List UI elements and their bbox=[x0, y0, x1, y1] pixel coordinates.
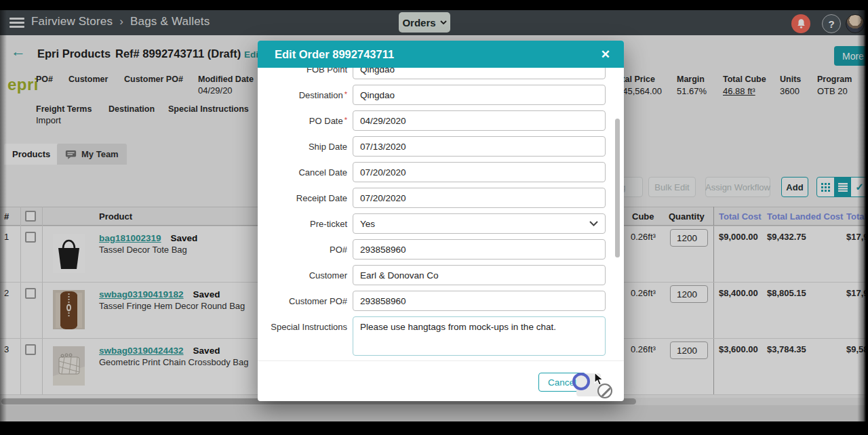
add-label: Add bbox=[786, 182, 803, 192]
product-sku-link[interactable]: swbag03190419182 bbox=[99, 289, 184, 299]
product-cell: swbag03190419182Saved bbox=[99, 288, 220, 300]
field-label: Pre-ticket bbox=[267, 219, 347, 229]
row-checkbox[interactable] bbox=[25, 232, 36, 243]
total-cube-link[interactable]: 46.88 ft³ bbox=[723, 86, 755, 96]
row-checkbox[interactable] bbox=[25, 344, 36, 355]
tab-products[interactable]: Products bbox=[4, 144, 58, 165]
grid-view-button[interactable] bbox=[817, 178, 834, 196]
product-image[interactable] bbox=[53, 234, 85, 273]
breadcrumb-store[interactable]: Fairview Stores bbox=[31, 15, 113, 28]
col-total-cost[interactable]: Total Cost bbox=[719, 211, 762, 222]
cube-value: 0.26ft³ bbox=[631, 232, 656, 242]
freight-terms-label: Freight Terms bbox=[36, 104, 92, 114]
status-badge: Saved bbox=[171, 233, 198, 243]
customer-label: Customer bbox=[68, 75, 108, 84]
landed-cost-value: $3,784.35 bbox=[767, 344, 806, 354]
program-label: Program bbox=[817, 75, 852, 84]
field-receipt-date: Receipt Date bbox=[267, 188, 606, 208]
back-arrow-icon[interactable]: ← bbox=[11, 44, 26, 59]
product-image[interactable] bbox=[53, 346, 85, 386]
bulk-edit-button: Bulk Edit bbox=[648, 177, 696, 197]
field-po-date: PO Date bbox=[267, 110, 606, 131]
field-label: PO Date bbox=[267, 116, 347, 126]
tab-products-label: Products bbox=[12, 149, 50, 159]
units-label: Units bbox=[780, 75, 801, 84]
letterbox-top bbox=[0, 0, 868, 10]
total-price-value: $45,564.00 bbox=[618, 86, 662, 96]
bottom-strip bbox=[0, 405, 868, 421]
order-ref: Ref# 8992743711 (Draft) bbox=[115, 47, 241, 60]
product-description: Tassel Decor Tote Bag bbox=[99, 245, 187, 255]
list-view-button[interactable] bbox=[834, 178, 851, 196]
field-label: Customer bbox=[267, 270, 347, 281]
bell-icon bbox=[796, 18, 806, 29]
field-fob-point: FOB Point bbox=[267, 68, 606, 79]
add-button[interactable]: Add bbox=[781, 177, 808, 197]
assign-workflow-label: Assign Workflow bbox=[705, 182, 770, 192]
field-label: Customer PO# bbox=[267, 296, 347, 306]
help-button[interactable]: ? bbox=[822, 14, 841, 33]
receipt-date-input[interactable] bbox=[353, 188, 606, 208]
po-label: PO# bbox=[36, 75, 53, 84]
menu-icon[interactable] bbox=[9, 18, 24, 28]
orders-dropdown[interactable]: Orders bbox=[399, 12, 450, 33]
col-total-landed-cost[interactable]: Total Landed Cost bbox=[767, 211, 843, 222]
ship-date-input[interactable] bbox=[353, 136, 606, 157]
close-icon[interactable]: ✕ bbox=[598, 46, 613, 63]
field-label: Destination bbox=[267, 90, 347, 100]
product-image[interactable] bbox=[53, 290, 85, 329]
freight-terms-value: Import bbox=[36, 115, 61, 125]
product-description: Tassel Fringe Hem Decor Round Bag bbox=[99, 301, 245, 311]
special-instructions-textarea[interactable]: Please use hangtags from mock-ups in the… bbox=[353, 316, 606, 356]
product-sku-link[interactable]: bag181002319 bbox=[99, 233, 161, 243]
focus-ring bbox=[572, 373, 590, 390]
field-label: FOB Point bbox=[267, 68, 347, 75]
field-label: Ship Date bbox=[267, 142, 347, 152]
field-label: Special Instructions bbox=[267, 316, 347, 332]
row-checkbox[interactable] bbox=[25, 288, 36, 299]
quantity-input[interactable] bbox=[670, 285, 708, 303]
field-pre-ticket: Pre-ticket Yes bbox=[267, 213, 606, 234]
destination-input[interactable] bbox=[353, 85, 606, 105]
modal-header: Edit Order 8992743711 ✕ bbox=[258, 41, 624, 68]
margin-label: Margin bbox=[677, 75, 705, 84]
field-label: Cancel Date bbox=[267, 167, 347, 178]
field-label: Receipt Date bbox=[267, 193, 347, 203]
breadcrumb-section[interactable]: Bags & Wallets bbox=[130, 15, 210, 28]
tab-my-team[interactable]: My Team bbox=[57, 144, 127, 165]
top-nav: Fairview Stores›Bags & Wallets Orders ? bbox=[0, 10, 868, 35]
edge-vignette-left bbox=[0, 0, 7, 435]
breadcrumb-separator: › bbox=[119, 15, 123, 28]
destination-label: Destination bbox=[108, 104, 155, 114]
cancel-date-input[interactable] bbox=[353, 162, 606, 182]
quantity-input[interactable] bbox=[670, 341, 708, 359]
modal-scrollbar-thumb[interactable] bbox=[615, 119, 620, 257]
total-cube-label: Total Cube bbox=[723, 75, 766, 84]
margin-value: 51.67% bbox=[677, 86, 707, 96]
select-all-checkbox[interactable] bbox=[25, 211, 36, 222]
landed-cost-value: $8,805.15 bbox=[767, 288, 806, 298]
product-sku-link[interactable]: swbag03190424432 bbox=[99, 346, 184, 356]
field-customer-po: Customer PO# bbox=[267, 291, 606, 311]
po-number-input[interactable] bbox=[353, 239, 606, 260]
modified-date-value: 04/29/20 bbox=[198, 85, 233, 96]
col-product: Product bbox=[99, 211, 132, 222]
modal-title: Edit Order 8992743711 bbox=[275, 48, 598, 61]
notifications-button[interactable] bbox=[791, 14, 810, 33]
customer-input[interactable] bbox=[353, 265, 606, 285]
total-cost-value: $3,600.00 bbox=[719, 344, 758, 354]
fob-point-input[interactable] bbox=[353, 68, 606, 79]
po-date-input[interactable] bbox=[353, 110, 606, 131]
assign-workflow-button: Assign Workflow bbox=[705, 177, 770, 197]
page-title: Epri Products bbox=[37, 47, 111, 60]
cube-value: 0.26ft³ bbox=[631, 344, 656, 354]
customer-po-input[interactable] bbox=[353, 291, 606, 311]
total-cost-value: $8,400.00 bbox=[719, 288, 758, 298]
quantity-input[interactable] bbox=[670, 229, 708, 247]
pre-ticket-select[interactable]: Yes bbox=[353, 213, 606, 234]
product-cell: bag181002319Saved bbox=[99, 232, 197, 244]
mouse-cursor-icon bbox=[594, 372, 604, 389]
field-customer: Customer bbox=[267, 265, 606, 285]
breadcrumb: Fairview Stores›Bags & Wallets bbox=[31, 15, 210, 28]
edit-order-modal: Edit Order 8992743711 ✕ FOB Point Destin… bbox=[258, 41, 624, 401]
